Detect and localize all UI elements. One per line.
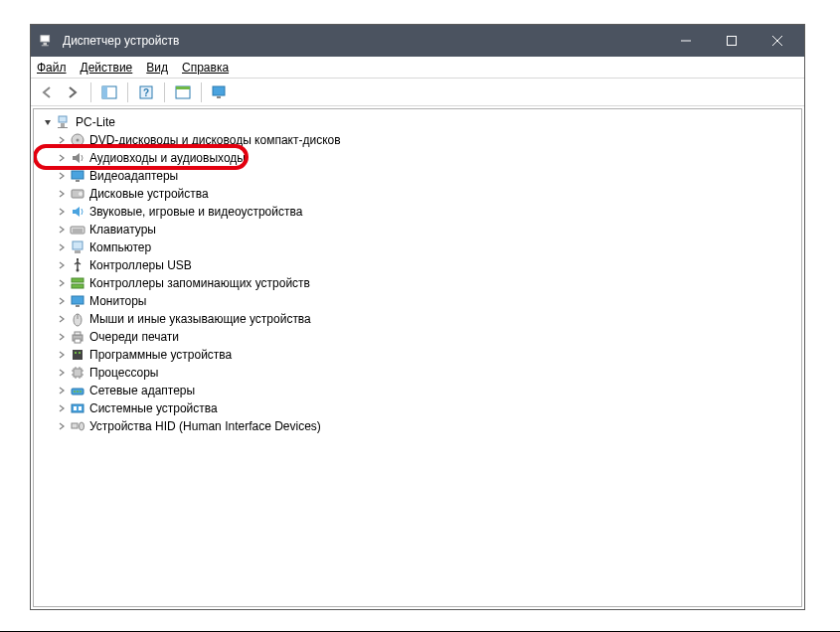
svg-rect-21: [76, 180, 80, 182]
chevron-right-icon[interactable]: [56, 170, 68, 182]
tree-item[interactable]: Системные устройства: [38, 399, 797, 417]
chevron-right-icon[interactable]: [56, 259, 68, 271]
printer-icon: [70, 329, 85, 345]
tree-item[interactable]: Устройства HID (Human Interface Devices): [38, 417, 797, 435]
chevron-right-icon[interactable]: [56, 313, 68, 325]
maximize-button[interactable]: [709, 25, 755, 57]
chevron-right-icon[interactable]: [56, 331, 68, 343]
tree-item[interactable]: Очереди печати: [38, 328, 797, 346]
menu-view[interactable]: Вид: [146, 61, 168, 75]
tree-item-label: Устройства HID (Human Interface Devices): [89, 419, 321, 433]
chevron-right-icon[interactable]: [56, 241, 68, 253]
toolbar-separator: [127, 82, 128, 102]
tree-item[interactable]: Видеоадаптеры: [38, 167, 797, 185]
tree-item[interactable]: Мониторы: [38, 292, 797, 310]
minimize-button[interactable]: [663, 25, 709, 57]
cpu-icon: [70, 365, 85, 381]
app-icon: [39, 33, 55, 49]
tree-root-label: PC-Lite: [76, 115, 115, 129]
tree-item[interactable]: Звуковые, игровые и видеоустройства: [38, 203, 797, 221]
dvd-icon: [70, 132, 85, 148]
toolbar: ?: [31, 79, 804, 106]
tree-item-label: Программные устройства: [89, 348, 232, 362]
svg-rect-42: [79, 352, 81, 354]
svg-rect-8: [102, 86, 107, 98]
chevron-right-icon[interactable]: [56, 206, 68, 218]
chevron-right-icon[interactable]: [56, 277, 68, 289]
svg-rect-59: [72, 423, 78, 428]
svg-point-55: [80, 391, 82, 393]
tree-pane[interactable]: PC-LiteDVD-дисководы и дисководы компакт…: [33, 108, 802, 607]
computer-icon: [56, 114, 72, 130]
close-button[interactable]: [755, 25, 800, 57]
svg-rect-27: [73, 241, 83, 249]
svg-rect-31: [72, 278, 84, 282]
show-hide-tree-button[interactable]: [97, 81, 121, 103]
svg-rect-1: [44, 43, 48, 46]
forward-button[interactable]: [61, 81, 84, 103]
svg-rect-56: [72, 404, 84, 412]
tree-item[interactable]: DVD-дисководы и дисководы компакт-дисков: [38, 131, 797, 149]
tree-item[interactable]: Аудиовходы и аудиовыходы: [38, 149, 797, 167]
svg-rect-39: [75, 339, 81, 343]
svg-rect-34: [76, 305, 80, 307]
tree-item-label: Мыши и иные указывающие устройства: [89, 312, 311, 326]
tree-item-label: Компьютер: [89, 240, 151, 254]
tree-item-label: Системные устройства: [89, 401, 218, 415]
menu-action[interactable]: Действие: [81, 61, 133, 75]
tree-item[interactable]: Дисковые устройства: [38, 185, 797, 203]
svg-rect-30: [77, 258, 79, 260]
menubar: Файл Действие Вид Справка: [31, 57, 804, 79]
svg-rect-15: [59, 116, 67, 122]
chevron-right-icon[interactable]: [56, 295, 68, 307]
storage-icon: [70, 275, 85, 291]
toolbar-separator: [164, 82, 165, 102]
chevron-right-icon[interactable]: [56, 367, 68, 379]
svg-rect-58: [79, 406, 82, 410]
tree-item[interactable]: Сетевые адаптеры: [38, 382, 797, 399]
menu-file[interactable]: Файл: [37, 61, 67, 75]
help-button[interactable]: ?: [134, 81, 158, 103]
svg-rect-0: [41, 36, 50, 42]
tree-item-label: Дисковые устройства: [89, 187, 209, 201]
chevron-right-icon[interactable]: [56, 134, 68, 146]
chevron-right-icon[interactable]: [56, 349, 68, 361]
menu-help[interactable]: Справка: [182, 61, 229, 75]
chevron-right-icon[interactable]: [56, 152, 68, 164]
window-title: Диспетчер устройств: [63, 34, 179, 48]
svg-rect-40: [73, 350, 83, 360]
monitor-icon: [70, 293, 85, 309]
svg-rect-14: [217, 96, 221, 98]
chevron-right-icon[interactable]: [56, 224, 68, 236]
chevron-right-icon[interactable]: [56, 385, 68, 396]
keyboard-icon: [70, 222, 85, 237]
chevron-right-icon[interactable]: [56, 402, 68, 414]
chevron-right-icon[interactable]: [56, 420, 68, 432]
device-manager-window: Диспетчер устройств Файл Действие Вид Сп…: [30, 24, 805, 610]
tree-item[interactable]: Мыши и иные указывающие устройства: [38, 310, 797, 328]
tree-item[interactable]: Клавиатуры: [38, 221, 797, 238]
back-button[interactable]: [35, 81, 59, 103]
tree-root[interactable]: PC-Lite: [38, 113, 797, 131]
svg-rect-32: [72, 284, 84, 288]
monitor-button[interactable]: [208, 81, 232, 103]
svg-rect-20: [72, 171, 84, 179]
svg-rect-38: [75, 332, 81, 335]
tree-item[interactable]: Контроллеры USB: [38, 256, 797, 274]
sound-icon: [70, 204, 85, 220]
svg-rect-28: [75, 250, 81, 253]
system-icon: [70, 400, 85, 416]
tree-item[interactable]: Компьютер: [38, 238, 797, 256]
tree-item[interactable]: Программные устройства: [38, 346, 797, 364]
toolbar-separator: [90, 82, 91, 102]
chevron-down-icon[interactable]: [42, 116, 54, 128]
tree-item-label: Видеоадаптеры: [89, 169, 178, 183]
tree-item-label: Аудиовходы и аудиовыходы: [89, 151, 246, 165]
scan-hardware-button[interactable]: [171, 81, 195, 103]
tree-item-label: Сетевые адаптеры: [89, 384, 195, 397]
svg-point-53: [74, 391, 76, 393]
tree-item[interactable]: Контроллеры запоминающих устройств: [38, 274, 797, 292]
tree-item[interactable]: Процессоры: [38, 364, 797, 382]
chevron-right-icon[interactable]: [56, 188, 68, 200]
svg-rect-33: [72, 296, 84, 304]
